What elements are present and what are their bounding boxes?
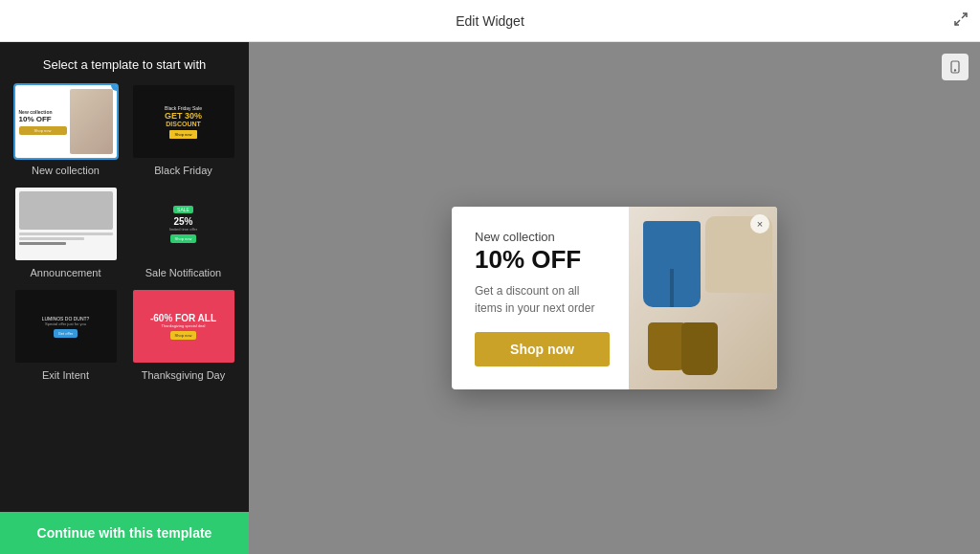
thumb-tg-btn: Shop now	[170, 331, 197, 340]
template-thumb-new-collection[interactable]: New collection 10% OFF Shop now	[13, 83, 119, 160]
thumb-tg-pct: -60% FOR ALL	[150, 313, 216, 323]
template-item-sale-notification[interactable]: SALE 25% limited time offer Shop now Sal…	[129, 186, 237, 278]
thumb-tg-sub: Thanksgiving special deal	[162, 323, 206, 328]
svg-point-3	[954, 70, 955, 71]
template-item-black-friday[interactable]: Black Friday Sale GET 30% DISCOUNT Shop …	[129, 83, 237, 176]
template-item-new-collection[interactable]: New collection 10% OFF Shop now New coll…	[11, 83, 120, 176]
template-thumb-sale-notification[interactable]: SALE 25% limited time offer Shop now	[131, 186, 236, 262]
popup-left: New collection 10% OFF Get a discount on…	[452, 207, 629, 390]
template-item-announcement[interactable]: Announcement	[11, 186, 120, 278]
template-label-announcement: Announcement	[31, 267, 101, 278]
template-thumb-exit-intent[interactable]: LUMINOS DO DUNT? Special offer just for …	[13, 288, 119, 365]
continue-button[interactable]: Continue with this template	[0, 512, 249, 554]
thumb-ann-line1	[19, 233, 113, 235]
popup-title: 10% OFF	[475, 246, 610, 274]
thumb-ei-sub: Special offer just for you	[45, 321, 86, 326]
sidebar-title: Select a template to start with	[0, 42, 249, 83]
header: Edit Widget	[0, 0, 980, 42]
thumb-ann-line3	[19, 242, 66, 245]
thumb-sn-pct: 25%	[173, 216, 192, 227]
popup-widget: New collection 10% OFF Get a discount on…	[452, 207, 777, 390]
main-content: Select a template to start with New coll…	[0, 42, 980, 554]
thumb-sn-btn: Shop now	[170, 234, 197, 243]
template-label-thanksgiving-day: Thanksgiving Day	[142, 369, 225, 381]
boot1-shape	[648, 322, 686, 370]
template-label-black-friday: Black Friday	[154, 165, 212, 176]
thumb-ann-line2	[19, 237, 85, 240]
boot2-shape	[681, 322, 718, 375]
device-icon[interactable]	[942, 54, 969, 80]
thumb-nc-btn: Shop now	[19, 126, 67, 135]
template-grid: New collection 10% OFF Shop now New coll…	[0, 83, 249, 392]
thumb-ei-btn: Get offer	[54, 329, 78, 338]
template-thumb-black-friday[interactable]: Black Friday Sale GET 30% DISCOUNT Shop …	[131, 83, 236, 160]
template-thumb-thanksgiving-day[interactable]: -60% FOR ALL Thanksgiving special deal S…	[131, 288, 236, 365]
popup-subtitle: New collection	[475, 230, 610, 244]
template-label-sale-notification: Sale Notification	[145, 267, 222, 278]
thumb-sn-sub: limited time offer	[169, 227, 197, 232]
template-item-thanksgiving-day[interactable]: -60% FOR ALL Thanksgiving special deal S…	[129, 288, 237, 381]
popup-close-button[interactable]: ×	[750, 214, 769, 233]
thumb-sn-badge: SALE	[173, 206, 193, 213]
popup-description: Get a discount on all items in your next…	[475, 282, 610, 317]
thumb-nc-img	[70, 89, 113, 154]
clothing-image	[629, 207, 777, 390]
template-label-new-collection: New collection	[32, 165, 100, 176]
popup-image: ×	[629, 207, 777, 390]
jeans-shape	[643, 221, 701, 307]
sidebar: Select a template to start with New coll…	[0, 42, 249, 554]
thumb-bf-discount: GET 30%	[165, 111, 202, 121]
shop-now-button[interactable]: Shop now	[475, 332, 610, 366]
thumb-bf-discount2: DISCOUNT	[166, 121, 201, 127]
template-item-exit-intent[interactable]: LUMINOS DO DUNT? Special offer just for …	[11, 288, 120, 381]
thumb-bf-btn: Shop now	[169, 130, 198, 139]
thumb-ann-img	[19, 191, 113, 230]
template-label-exit-intent: Exit Intent	[42, 369, 89, 381]
thumb-nc-off: 10% OFF	[19, 115, 67, 123]
preview-area: New collection 10% OFF Get a discount on…	[249, 42, 980, 554]
header-title: Edit Widget	[456, 13, 524, 29]
expand-button[interactable]	[953, 11, 969, 31]
template-thumb-announcement[interactable]	[13, 186, 119, 262]
